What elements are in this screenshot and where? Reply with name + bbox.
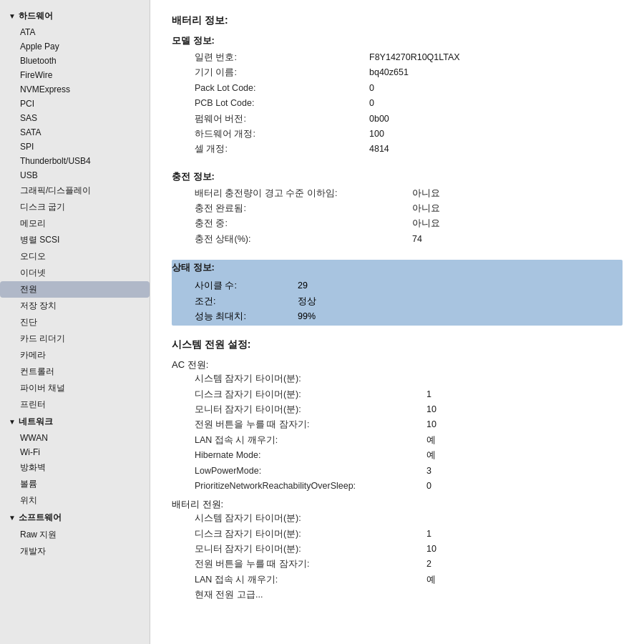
charge-percent-label: 충전 상태(%): [183, 233, 412, 246]
sidebar-item-volume[interactable]: 볼륨 [0, 476, 150, 492]
charging-value: 아니요 [412, 217, 440, 230]
ac-lan-row: LAN 접속 시 깨우기: 예 [183, 433, 623, 448]
firmware-label: 펌웨어 버전: [183, 112, 369, 126]
bat-power-btn-value: 2 [426, 557, 431, 571]
sidebar-item-firewire[interactable]: FireWire [0, 68, 150, 82]
sidebar-item-card-reader[interactable]: 카드 리더기 [0, 331, 150, 347]
bat-sleep-label: 시스템 잠자기 타이머(분): [183, 512, 426, 525]
sidebar-item-wwan[interactable]: WWAN [0, 431, 150, 445]
ac-sleep-label: 시스템 잠자기 타이머(분): [183, 372, 426, 386]
software-label: 소프트웨어 [19, 512, 62, 524]
battery-power-rows: 시스템 잠자기 타이머(분): 디스크 잠자기 타이머(분): 1 모니터 잠자… [183, 511, 623, 602]
bat-disk-row: 디스크 잠자기 타이머(분): 1 [183, 527, 623, 542]
system-power-title: 시스템 전원 설정: [172, 338, 623, 351]
pack-lot-value: 0 [369, 82, 374, 95]
sidebar-item-raw[interactable]: Raw 지원 [0, 527, 150, 543]
sidebar-item-nvmexpress[interactable]: NVMExpress [0, 82, 150, 97]
charge-percent-row: 충전 상태(%): 74 [183, 232, 623, 247]
sidebar-item-controller[interactable]: 컨트롤러 [0, 364, 150, 380]
sidebar-item-camera[interactable]: 카메라 [0, 347, 150, 364]
max-capacity-value: 99% [298, 310, 316, 323]
pcb-lot-value: 0 [369, 97, 374, 110]
max-capacity-label: 성능 최대치: [183, 310, 298, 323]
bat-lan-value: 예 [426, 573, 436, 587]
pack-lot-row: Pack Lot Code: 0 [183, 81, 623, 96]
current-power-label: 현재 전원 고급... [183, 588, 426, 602]
charge-complete-row: 충전 완료됨: 아니요 [183, 201, 623, 216]
ac-disk-value: 1 [426, 388, 431, 401]
model-info-rows: 일련 번호: F8Y14270R10Q1LTAX 기기 이름: bq40z651… [183, 50, 623, 157]
hibernate-value: 예 [426, 449, 436, 462]
cycle-label: 사이클 수: [183, 279, 298, 293]
sidebar-section-network[interactable]: ▼ 네트워크 [0, 413, 150, 431]
sidebar-item-memory[interactable]: 메모리 [0, 215, 150, 232]
sidebar-item-sata[interactable]: SATA [0, 125, 150, 140]
ac-monitor-row: 모니터 잠자기 타이머(분): 10 [183, 402, 623, 417]
device-name-label: 기기 이름: [183, 66, 369, 79]
max-capacity-row: 성능 최대치: 99% [183, 309, 623, 324]
sidebar-item-disc-burning[interactable]: 디스크 굽기 [0, 199, 150, 215]
sidebar-item-pci[interactable]: PCI [0, 97, 150, 111]
sidebar-item-firewall[interactable]: 방화벽 [0, 459, 150, 476]
battery-power-label: 배터리 전원: [172, 498, 623, 511]
device-name-value: bq40z651 [369, 66, 409, 79]
sidebar-item-parallel-scsi[interactable]: 병렬 SCSI [0, 232, 150, 248]
model-info-block: 모델 정보: 일련 번호: F8Y14270R10Q1LTAX 기기 이름: b… [172, 34, 623, 157]
cell-rev-value: 4814 [369, 142, 389, 156]
ac-power-btn-row: 전원 버튼을 누를 때 잠자기: 10 [183, 417, 623, 432]
charging-label: 충전 중: [183, 217, 412, 230]
hibernate-label: Hibernate Mode: [183, 449, 426, 462]
condition-value: 정상 [298, 295, 316, 308]
sidebar-item-power[interactable]: 전원 [0, 281, 150, 298]
hardware-rev-label: 하드웨어 개정: [183, 127, 369, 141]
sidebar-item-thunderbolt[interactable]: Thunderbolt/USB4 [0, 154, 150, 168]
hardware-arrow-icon: ▼ [9, 12, 16, 20]
sidebar: ▼ 하드웨어 ATA Apple Pay Bluetooth FireWire … [0, 0, 150, 644]
system-power-block: 시스템 전원 설정: AC 전원: 시스템 잠자기 타이머(분): 디스크 잠자… [172, 338, 623, 602]
ac-power-btn-label: 전원 버튼을 누를 때 잠자기: [183, 418, 426, 431]
cycle-row: 사이클 수: 29 [183, 278, 623, 293]
device-name-row: 기기 이름: bq40z651 [183, 65, 623, 80]
charge-percent-value: 74 [412, 233, 422, 246]
status-info-block: 상태 정보: 사이클 수: 29 조건: 정상 성능 최대치: 99% [172, 260, 623, 326]
sidebar-item-spi[interactable]: SPI [0, 140, 150, 154]
battery-info-title: 배터리 정보: [172, 14, 623, 27]
sidebar-section-hardware[interactable]: ▼ 하드웨어 [0, 7, 150, 25]
bat-disk-label: 디스크 잠자기 타이머(분): [183, 527, 426, 541]
low-power-value: 3 [426, 464, 431, 478]
sidebar-section-software[interactable]: ▼ 소프트웨어 [0, 509, 150, 527]
sidebar-item-printer[interactable]: 프린터 [0, 396, 150, 413]
bat-monitor-row: 모니터 잠자기 타이머(분): 10 [183, 542, 623, 557]
sidebar-item-location[interactable]: 위치 [0, 492, 150, 509]
prioritize-value: 0 [426, 479, 431, 493]
low-power-label: LowPowerMode: [183, 464, 426, 478]
sidebar-item-storage[interactable]: 저장 장치 [0, 298, 150, 314]
sidebar-item-ata[interactable]: ATA [0, 25, 150, 39]
charge-complete-label: 충전 완료됨: [183, 202, 412, 215]
sidebar-item-usb[interactable]: USB [0, 168, 150, 182]
charge-info-rows: 배터리 충전량이 경고 수준 이하임: 아니요 충전 완료됨: 아니요 충전 중… [183, 186, 623, 248]
prioritize-row: PrioritizeNetworkReachabilityOverSleep: … [183, 479, 623, 494]
sidebar-item-sas[interactable]: SAS [0, 111, 150, 125]
sidebar-item-developer[interactable]: 개발자 [0, 543, 150, 560]
serial-value: F8Y14270R10Q1LTAX [369, 51, 460, 64]
bat-disk-value: 1 [426, 527, 431, 541]
sidebar-item-ethernet[interactable]: 이더넷 [0, 265, 150, 281]
ac-label: AC 전원: [172, 358, 623, 371]
ac-lan-value: 예 [426, 434, 436, 447]
ac-power-btn-value: 10 [426, 418, 436, 431]
sidebar-item-diagnostics[interactable]: 진단 [0, 314, 150, 331]
sidebar-item-fiber-channel[interactable]: 파이버 채널 [0, 380, 150, 396]
ac-sleep-row: 시스템 잠자기 타이머(분): [183, 371, 623, 386]
sidebar-item-wifi[interactable]: Wi-Fi [0, 445, 150, 459]
sidebar-item-bluetooth[interactable]: Bluetooth [0, 54, 150, 68]
ac-disk-label: 디스크 잠자기 타이머(분): [183, 388, 426, 401]
pack-lot-label: Pack Lot Code: [183, 82, 369, 95]
ac-lan-label: LAN 접속 시 깨우기: [183, 434, 426, 447]
sidebar-item-graphics[interactable]: 그래픽/디스플레이 [0, 182, 150, 199]
sidebar-item-audio[interactable]: 오디오 [0, 248, 150, 265]
charge-info-block: 충전 정보: 배터리 충전량이 경고 수준 이하임: 아니요 충전 완료됨: 아… [172, 170, 623, 248]
low-power-row: LowPowerMode: 3 [183, 464, 623, 479]
sidebar-item-apple-pay[interactable]: Apple Pay [0, 39, 150, 54]
bat-lan-label: LAN 접속 시 깨우기: [183, 573, 426, 587]
